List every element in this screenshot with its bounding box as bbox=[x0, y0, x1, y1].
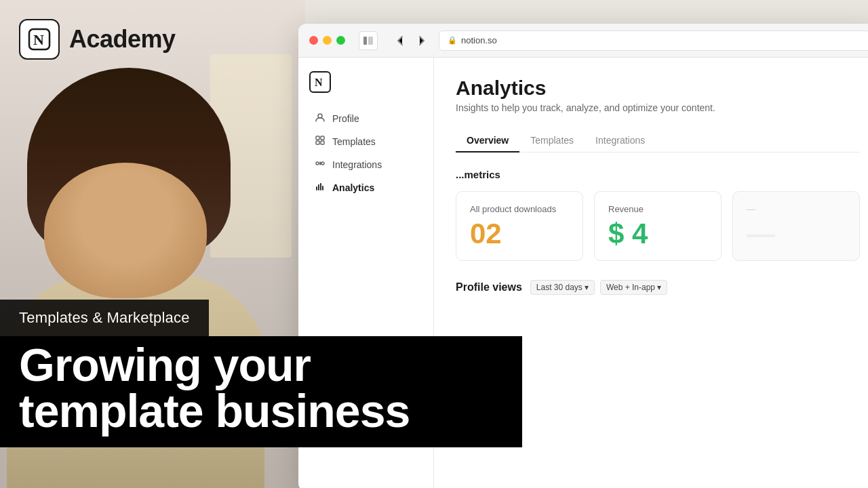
overlay-text-block: Templates & Marketplace Growing your tem… bbox=[0, 300, 522, 447]
browser-chrome: 🔒 notion.so bbox=[298, 24, 868, 58]
sidebar-item-templates[interactable]: Templates bbox=[304, 130, 428, 152]
svg-point-10 bbox=[316, 162, 319, 165]
stat-card-revenue: Revenue $ 4 bbox=[594, 191, 722, 261]
sidebar-logo: N bbox=[298, 71, 433, 106]
forward-button[interactable] bbox=[413, 32, 431, 49]
chevron-down-icon-2: ▾ bbox=[657, 283, 661, 292]
svg-rect-6 bbox=[316, 136, 319, 140]
profile-views-filters: Last 30 days ▾ Web + In-app ▾ bbox=[530, 280, 667, 295]
profile-views-header: Profile views Last 30 days ▾ Web + In-ap… bbox=[456, 280, 860, 295]
sidebar-nav: Profile Templates Integrations bbox=[298, 107, 433, 199]
svg-point-5 bbox=[318, 114, 322, 118]
stat-value-extra: — bbox=[747, 220, 846, 248]
svg-rect-2 bbox=[363, 37, 367, 45]
stat-value-downloads: 02 bbox=[470, 220, 569, 248]
svg-rect-3 bbox=[368, 37, 373, 45]
page-subtitle: Insights to help you track, analyze, and… bbox=[456, 102, 860, 113]
overlay-title-line1: Growing your bbox=[19, 339, 311, 390]
stat-label-extra: — bbox=[747, 204, 846, 214]
tab-integrations[interactable]: Integrations bbox=[585, 129, 656, 152]
profile-views-section: Profile views Last 30 days ▾ Web + In-ap… bbox=[456, 280, 860, 295]
stat-card-extra: — — bbox=[732, 191, 860, 261]
overlay-title: Growing your template business bbox=[0, 336, 522, 447]
overlay-subtitle: Templates & Marketplace bbox=[0, 300, 209, 336]
svg-text:N: N bbox=[315, 77, 323, 88]
back-button[interactable] bbox=[391, 32, 409, 49]
stat-value-revenue: $ 4 bbox=[608, 220, 707, 248]
notion-n-icon: N bbox=[309, 71, 331, 93]
analytics-tabs: Overview Templates Integrations bbox=[456, 129, 860, 152]
stat-card-downloads: All product downloads 02 bbox=[456, 191, 583, 261]
sidebar-item-profile[interactable]: Profile bbox=[304, 107, 428, 129]
profile-icon bbox=[315, 113, 326, 124]
tab-templates[interactable]: Templates bbox=[519, 129, 585, 152]
filter-channel[interactable]: Web + In-app ▾ bbox=[600, 280, 667, 295]
notion-logo: N bbox=[19, 19, 60, 60]
svg-rect-7 bbox=[321, 136, 324, 140]
stat-label-revenue: Revenue bbox=[608, 204, 707, 214]
minimize-button[interactable] bbox=[323, 36, 332, 45]
sidebar-toggle-button[interactable] bbox=[359, 31, 378, 50]
profile-views-title: Profile views bbox=[456, 281, 522, 293]
tab-overview[interactable]: Overview bbox=[456, 129, 519, 152]
sidebar-item-integrations[interactable]: Integrations bbox=[304, 153, 428, 176]
sidebar-label-templates: Templates bbox=[332, 136, 376, 147]
templates-icon bbox=[315, 136, 326, 147]
overlay-title-line2: template business bbox=[19, 385, 410, 436]
page-title: Analytics bbox=[456, 77, 860, 100]
sidebar-label-profile: Profile bbox=[332, 113, 359, 124]
browser-navigation bbox=[391, 32, 431, 49]
url-text: notion.so bbox=[461, 35, 497, 45]
metrics-label: ...metrics bbox=[456, 169, 860, 180]
svg-text:N: N bbox=[33, 31, 44, 48]
svg-rect-8 bbox=[316, 141, 319, 144]
chevron-down-icon: ▾ bbox=[585, 283, 589, 292]
academy-label: Academy bbox=[69, 25, 176, 54]
stat-label-downloads: All product downloads bbox=[470, 204, 569, 214]
sidebar-label-integrations: Integrations bbox=[332, 159, 382, 170]
sidebar-label-analytics: Analytics bbox=[332, 182, 374, 193]
traffic-lights bbox=[309, 36, 345, 45]
notion-brand: N Academy bbox=[19, 19, 176, 60]
stats-row: All product downloads 02 Revenue $ 4 — — bbox=[456, 191, 860, 261]
address-bar[interactable]: 🔒 notion.so bbox=[439, 30, 868, 51]
fullscreen-button[interactable] bbox=[336, 36, 345, 45]
svg-rect-9 bbox=[321, 141, 324, 144]
integrations-icon bbox=[315, 159, 326, 170]
analytics-icon bbox=[315, 182, 326, 193]
svg-point-11 bbox=[321, 162, 324, 165]
sidebar-item-analytics[interactable]: Analytics bbox=[304, 176, 428, 199]
close-button[interactable] bbox=[309, 36, 318, 45]
filter-period[interactable]: Last 30 days ▾ bbox=[530, 280, 595, 295]
lock-icon: 🔒 bbox=[448, 36, 457, 45]
